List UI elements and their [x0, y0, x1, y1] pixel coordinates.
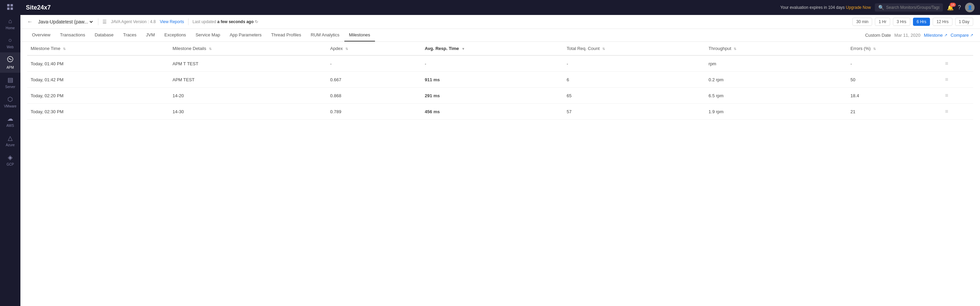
gcp-icon: ◈ [8, 154, 13, 161]
cell-apdex: - [327, 55, 421, 72]
avatar[interactable]: 👤 [965, 3, 975, 12]
custom-date-value: Mar 11, 2020 [894, 33, 920, 38]
col-header-errors[interactable]: Errors (%) ⇅ [847, 42, 942, 55]
tab-exceptions[interactable]: Exceptions [159, 29, 191, 41]
home-icon: ⌂ [8, 18, 12, 25]
col-header-apdex[interactable]: Apdex ⇅ [327, 42, 421, 55]
custom-date-label: Custom Date [865, 33, 891, 38]
table-row: Today, 02:30 PM14-300.789456 ms571.9 rpm… [27, 104, 973, 120]
web-icon: ○ [8, 37, 12, 44]
sidebar-item-label: Web [7, 45, 14, 49]
col-header-total-req-count[interactable]: Total Req. Count ⇅ [563, 42, 705, 55]
cell-total_req_count: 57 [563, 104, 705, 120]
brand-name-part2: 24x7 [37, 4, 51, 11]
time-btn-30min[interactable]: 30 min [853, 18, 872, 26]
cell-actions[interactable]: ≡ [942, 72, 973, 88]
azure-icon: △ [8, 134, 13, 142]
sidebar-item-label: Home [6, 26, 15, 30]
sidebar-item-label: APM [6, 66, 14, 69]
tab-database[interactable]: Database [90, 29, 118, 41]
sort-icon-milestone-details: ⇅ [209, 47, 212, 51]
milestone-link[interactable]: Milestone ↗ [924, 33, 947, 38]
cell-milestone_details: 14-20 [169, 88, 327, 104]
sidebar-item-label: Azure [6, 143, 14, 147]
time-btn-1day[interactable]: 1 Day [955, 18, 973, 26]
sort-icon-throughput: ⇅ [733, 47, 737, 51]
col-header-milestone-details[interactable]: Milestone Details ⇅ [169, 42, 327, 55]
search-box[interactable]: 🔍 [875, 3, 943, 11]
cell-actions[interactable]: ≡ [942, 104, 973, 120]
sidebar-item-vmware[interactable]: ⬡ VMware [0, 92, 21, 111]
tab-overview[interactable]: Overview [27, 29, 55, 41]
upgrade-now-link[interactable]: Upgrade Now [846, 5, 871, 10]
time-btn-6hrs[interactable]: 6 Hrs [913, 18, 930, 26]
time-btn-3hrs[interactable]: 3 Hrs [893, 18, 910, 26]
sort-icon-milestone-time: ⇅ [63, 47, 66, 51]
tab-jvm[interactable]: JVM [141, 29, 159, 41]
tab-transactions[interactable]: Transactions [55, 29, 90, 41]
sidebar-item-home[interactable]: ⌂ Home [0, 14, 21, 33]
sidebar-item-web[interactable]: ○ Web [0, 33, 21, 52]
monitor-selector[interactable]: Java-Updatetest (paw... [37, 19, 94, 25]
custom-date-area: Custom Date Mar 11, 2020 Milestone ↗ Com… [865, 33, 973, 38]
sidebar: ⌂ Home ○ Web APM ▤ Server ⬡ VMware ☁ AWS… [0, 0, 21, 306]
content-area: ← Java-Updatetest (paw... ☰ JAVA Agent V… [21, 15, 980, 306]
svg-rect-0 [7, 4, 10, 6]
topbar-icons: 🔔 15 ? 👤 [947, 3, 975, 12]
vertical-divider-2 [188, 18, 189, 25]
cell-apdex: 0.868 [327, 88, 421, 104]
cell-actions[interactable]: ≡ [942, 88, 973, 104]
cell-milestone_details: 14-30 [169, 104, 327, 120]
external-link-icon-2: ↗ [970, 33, 973, 37]
tab-service-map[interactable]: Service Map [191, 29, 225, 41]
time-range-selector: 30 min 1 Hr 3 Hrs 6 Hrs 12 Hrs 1 Day [853, 18, 973, 26]
back-button[interactable]: ← [27, 19, 33, 25]
col-header-milestone-time[interactable]: Milestone Time ⇅ [27, 42, 169, 55]
compare-link[interactable]: Compare ↗ [951, 33, 973, 38]
view-reports-link[interactable]: View Reports [160, 19, 184, 24]
brand-name-part1: Site [26, 4, 37, 11]
java-agent-label: JAVA Agent Version : 4.8 [111, 19, 156, 24]
tab-thread-profiles[interactable]: Thread Profiles [266, 29, 306, 41]
tabs-bar: Overview Transactions Database Traces JV… [21, 29, 980, 42]
cell-apdex: 0.667 [327, 72, 421, 88]
cell-throughput: 1.9 rpm [705, 104, 847, 120]
sidebar-item-gcp[interactable]: ◈ GCP [0, 150, 21, 170]
tab-app-parameters[interactable]: App Parameters [225, 29, 266, 41]
cell-throughput: 0.2 rpm [705, 72, 847, 88]
grid-menu-icon[interactable] [0, 0, 21, 14]
svg-rect-3 [11, 8, 13, 10]
main-content: Site24x7 Your evaluation expires in 104 … [21, 0, 980, 306]
col-header-throughput[interactable]: Throughput ⇅ [705, 42, 847, 55]
search-input[interactable] [886, 5, 940, 10]
sidebar-item-label: AWS [6, 124, 14, 127]
cell-milestone_time: Today, 02:20 PM [27, 88, 169, 104]
tab-milestones[interactable]: Milestones [344, 29, 375, 41]
help-icon[interactable]: ? [958, 5, 961, 11]
hamburger-icon: ☰ [102, 19, 107, 24]
sidebar-item-label: VMware [4, 105, 17, 108]
cell-actions[interactable]: ≡ [942, 55, 973, 72]
col-header-avg-resp-time[interactable]: Avg. Resp. Time ▼ [421, 42, 563, 55]
tab-rum-analytics[interactable]: RUM Analytics [306, 29, 344, 41]
sidebar-item-server[interactable]: ▤ Server [0, 73, 21, 92]
time-btn-1hr[interactable]: 1 Hr [875, 18, 890, 26]
sidebar-item-azure[interactable]: △ Azure [0, 131, 21, 150]
search-icon: 🔍 [878, 5, 884, 10]
cell-errors: 21 [847, 104, 942, 120]
refresh-icon[interactable]: ↻ [255, 19, 258, 24]
cell-avg_resp_time: 291 ms [421, 88, 563, 104]
monitor-dropdown[interactable]: Java-Updatetest (paw... [37, 19, 94, 25]
sidebar-item-apm[interactable]: APM [0, 52, 21, 73]
sort-icon-errors: ⇅ [873, 47, 876, 51]
svg-rect-2 [7, 8, 10, 10]
sidebar-item-aws[interactable]: ☁ AWS [0, 111, 21, 131]
time-btn-12hrs[interactable]: 12 Hrs [933, 18, 952, 26]
table-row: Today, 02:20 PM14-200.868291 ms656.5 rpm… [27, 88, 973, 104]
last-updated-text: Last updated a few seconds ago ↻ [192, 19, 258, 24]
milestones-table: Milestone Time ⇅ Milestone Details ⇅ Apd… [27, 42, 973, 120]
notifications-bell-icon[interactable]: 🔔 15 [947, 5, 954, 11]
tab-traces[interactable]: Traces [118, 29, 141, 41]
cell-errors: - [847, 55, 942, 72]
cell-total_req_count: - [563, 55, 705, 72]
